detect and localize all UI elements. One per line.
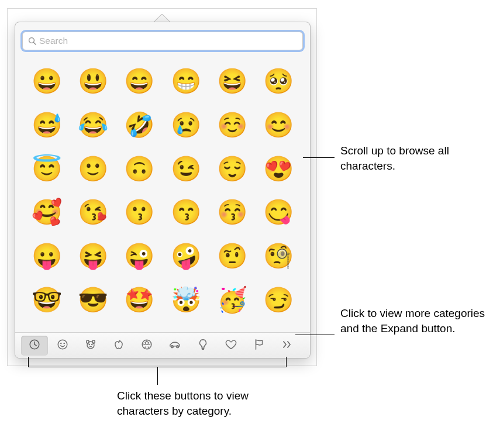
category-flags-button[interactable] [246, 336, 273, 356]
callout-leader [157, 367, 158, 385]
emoji-cell[interactable]: 🤪 [171, 244, 201, 268]
emoji-cell[interactable]: 😇 [32, 157, 62, 181]
emoji-cell[interactable]: 🥳 [217, 288, 247, 312]
emoji-cell[interactable]: 😘 [78, 200, 108, 225]
emoji-cell[interactable]: 🙃 [124, 157, 154, 181]
emoji-cell[interactable]: 😗 [124, 200, 154, 225]
category-objects-button[interactable] [189, 336, 216, 356]
emoji-cell[interactable]: 😋 [263, 200, 294, 225]
emoji-cell[interactable]: 😄 [124, 69, 154, 94]
svg-point-6 [87, 341, 94, 348]
animal-icon [84, 338, 97, 353]
category-activity-button[interactable] [133, 336, 160, 356]
emoji-cell[interactable]: 🥰 [32, 200, 62, 225]
category-smileys-button[interactable] [49, 336, 76, 356]
clock-icon [28, 338, 41, 353]
emoji-grid: 😀😃😄😁😆🥺😅😂🤣😢☺️😊😇🙂🙃😉😌😍🥰😘😗😙😚😋😛😝😜🤪🤨🧐🤓😎🤩🤯🥳😏 [23, 60, 302, 322]
emoji-cell[interactable]: 😃 [78, 69, 108, 94]
panel-frame: 😀😃😄😁😆🥺😅😂🤣😢☺️😊😇🙂🙃😉😌😍🥰😘😗😙😚😋😛😝😜🤪🤨🧐🤓😎🤩🤯🥳😏 [7, 8, 317, 366]
category-animals-button[interactable] [77, 336, 104, 356]
category-recent-button[interactable] [21, 336, 48, 356]
emoji-cell[interactable]: 🤯 [171, 288, 201, 312]
svg-point-10 [91, 344, 92, 345]
emoji-cell[interactable]: 😏 [263, 288, 294, 312]
svg-point-12 [171, 345, 174, 347]
emoji-cell[interactable]: 🤨 [217, 244, 247, 268]
callout-bracket [28, 357, 287, 367]
emoji-cell[interactable]: 😉 [171, 157, 201, 181]
emoji-cell[interactable]: 😛 [32, 244, 62, 268]
character-viewer-popover: 😀😃😄😁😆🥺😅😂🤣😢☺️😊😇🙂🙃😉😌😍🥰😘😗😙😚😋😛😝😜🤪🤨🧐🤓😎🤩🤯🥳😏 [15, 22, 311, 359]
emoji-cell[interactable]: 😜 [124, 244, 154, 268]
emoji-cell[interactable]: ☺️ [217, 113, 247, 137]
svg-point-3 [58, 340, 67, 349]
apple-icon [112, 338, 125, 353]
callout-categories: Click these buttons to view characters b… [117, 388, 263, 418]
callout-scroll: Scroll up to browse all characters. [340, 143, 487, 173]
search-input[interactable] [39, 36, 298, 46]
emoji-cell[interactable]: 😚 [217, 200, 247, 225]
emoji-cell[interactable]: 🥺 [263, 69, 294, 94]
svg-point-13 [177, 345, 179, 347]
search-icon [27, 36, 37, 46]
category-food-button[interactable] [105, 336, 132, 356]
svg-line-1 [33, 42, 36, 44]
category-symbols-button[interactable] [218, 336, 244, 356]
chevrons-icon [281, 339, 293, 353]
svg-point-4 [60, 343, 61, 344]
emoji-cell[interactable]: 😢 [171, 113, 201, 137]
soccer-icon [140, 338, 153, 353]
emoji-cell[interactable]: 😎 [78, 288, 108, 312]
search-field[interactable] [22, 32, 303, 50]
emoji-cell[interactable]: 🤓 [32, 288, 62, 312]
smiley-icon [56, 338, 69, 353]
callout-more: Click to view more categories and the Ex… [340, 306, 487, 336]
callout-leader [295, 335, 335, 335]
emoji-cell[interactable]: 😝 [78, 244, 108, 268]
callout-leader [303, 157, 335, 158]
emoji-cell[interactable]: 😊 [263, 113, 294, 137]
svg-point-9 [89, 344, 90, 345]
flag-icon [253, 338, 266, 353]
car-icon [168, 338, 182, 353]
category-travel-button[interactable] [161, 336, 188, 356]
emoji-cell[interactable]: 😍 [263, 157, 294, 181]
emoji-cell[interactable]: 😀 [32, 69, 62, 94]
emoji-cell[interactable]: 🙂 [78, 157, 108, 181]
emoji-cell[interactable]: 🤩 [124, 288, 154, 312]
emoji-cell[interactable]: 🤣 [124, 113, 154, 137]
emoji-cell[interactable]: 🧐 [263, 244, 294, 268]
emoji-cell[interactable]: 😙 [171, 200, 201, 225]
emoji-cell[interactable]: 😂 [78, 113, 108, 137]
emoji-cell[interactable]: 😆 [217, 69, 247, 94]
heart-icon [225, 338, 237, 353]
emoji-cell[interactable]: 😅 [32, 113, 62, 137]
emoji-cell[interactable]: 😌 [217, 157, 247, 181]
bulb-icon [197, 338, 209, 353]
category-bar [15, 332, 310, 358]
emoji-cell[interactable]: 😁 [171, 69, 201, 94]
category-more-button[interactable] [274, 336, 301, 356]
svg-point-5 [64, 343, 65, 344]
